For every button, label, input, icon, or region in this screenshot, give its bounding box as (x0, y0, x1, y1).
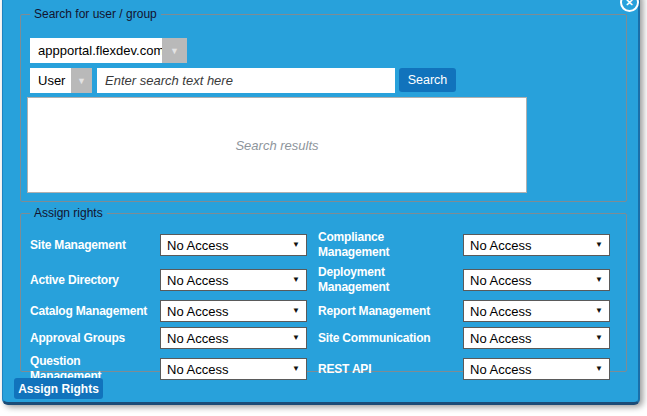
domain-dropdown-value: appportal.flexdev.com (30, 38, 162, 63)
catalog-management-label: Catalog Management (30, 304, 160, 319)
chevron-down-icon[interactable]: ▼ (71, 68, 92, 93)
chevron-down-icon: ▼ (292, 334, 300, 342)
approval-groups-select[interactable]: No Access ▼ (160, 327, 307, 349)
rights-rows: Site Management No Access ▼ Compliance M… (30, 230, 610, 389)
compliance-management-select[interactable]: No Access ▼ (463, 234, 610, 256)
site-communication-label: Site Communication (307, 331, 463, 346)
close-icon-glyph: ✕ (625, 0, 633, 8)
search-groupbox-title: Search for user / group (30, 7, 161, 22)
chevron-down-icon: ▼ (292, 241, 300, 249)
chevron-down-icon: ▼ (595, 307, 603, 315)
assign-rights-button[interactable]: Assign Rights (14, 378, 103, 399)
rights-row: Site Management No Access ▼ Compliance M… (30, 230, 610, 260)
active-directory-label: Active Directory (30, 273, 160, 288)
site-communication-select-value: No Access (470, 331, 531, 346)
chevron-down-icon: ▼ (292, 276, 300, 284)
active-directory-select[interactable]: No Access ▼ (160, 269, 307, 291)
assign-rights-dialog: ✕ Search for user / group appportal.flex… (2, 0, 640, 405)
rights-row: Catalog Management No Access ▼ Report Ma… (30, 300, 610, 322)
rights-row: Approval Groups No Access ▼ Site Communi… (30, 327, 610, 349)
search-type-dropdown-value: User (30, 68, 71, 93)
approval-groups-label: Approval Groups (30, 331, 160, 346)
active-directory-select-value: No Access (167, 273, 228, 288)
rest-api-select[interactable]: No Access ▼ (463, 358, 610, 380)
search-input[interactable] (97, 68, 395, 93)
assign-rights-groupbox-title: Assign rights (30, 206, 107, 221)
rest-api-select-value: No Access (470, 362, 531, 377)
deployment-management-label: Deployment Management (307, 265, 463, 295)
chevron-down-icon: ▼ (595, 276, 603, 284)
rights-row: Question Management No Access ▼ REST API… (30, 354, 610, 384)
catalog-management-select[interactable]: No Access ▼ (160, 300, 307, 322)
search-results-list[interactable]: Search results (27, 97, 527, 193)
compliance-management-label: Compliance Management (307, 230, 463, 260)
report-management-select[interactable]: No Access ▼ (463, 300, 610, 322)
domain-dropdown[interactable]: appportal.flexdev.com ▼ (30, 38, 187, 63)
rights-row: Active Directory No Access ▼ Deployment … (30, 265, 610, 295)
search-results-placeholder: Search results (235, 138, 318, 153)
chevron-down-icon: ▼ (292, 365, 300, 373)
site-management-label: Site Management (30, 238, 160, 253)
deployment-management-select[interactable]: No Access ▼ (463, 269, 610, 291)
report-management-label: Report Management (307, 304, 463, 319)
search-button[interactable]: Search (399, 68, 456, 92)
chevron-down-icon: ▼ (595, 365, 603, 373)
question-management-select-value: No Access (167, 362, 228, 377)
chevron-down-icon: ▼ (595, 241, 603, 249)
chevron-down-icon: ▼ (595, 334, 603, 342)
compliance-management-select-value: No Access (470, 238, 531, 253)
question-management-select[interactable]: No Access ▼ (160, 358, 307, 380)
site-management-select-value: No Access (167, 238, 228, 253)
chevron-down-icon: ▼ (292, 307, 300, 315)
search-type-dropdown[interactable]: User ▼ (30, 68, 92, 93)
catalog-management-select-value: No Access (167, 304, 228, 319)
approval-groups-select-value: No Access (167, 331, 228, 346)
site-management-select[interactable]: No Access ▼ (160, 234, 307, 256)
rest-api-label: REST API (307, 362, 463, 377)
report-management-select-value: No Access (470, 304, 531, 319)
close-icon[interactable]: ✕ (620, 0, 639, 12)
site-communication-select[interactable]: No Access ▼ (463, 327, 610, 349)
deployment-management-select-value: No Access (470, 273, 531, 288)
chevron-down-icon[interactable]: ▼ (162, 38, 187, 63)
